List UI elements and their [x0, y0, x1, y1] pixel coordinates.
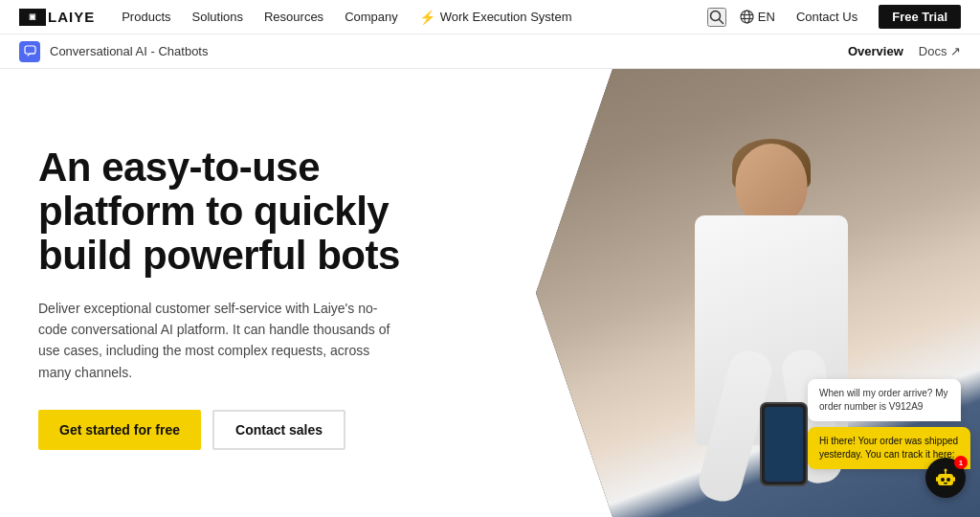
svg-line-1 — [719, 19, 723, 23]
person-head — [736, 144, 808, 225]
person-phone — [760, 402, 808, 486]
svg-point-8 — [941, 478, 945, 482]
breadcrumb-area: Conversational AI - Chatbots — [19, 41, 208, 62]
svg-point-3 — [745, 11, 750, 23]
svg-point-11 — [945, 469, 947, 472]
hero-title: An easy-to-use platform to quickly build… — [38, 146, 440, 279]
secondary-right-links: Overview Docs ↗ — [848, 44, 961, 58]
nav-link-products[interactable]: Products — [122, 10, 170, 24]
hero-content: An easy-to-use platform to quickly build… — [0, 69, 479, 517]
phone-screen — [765, 407, 803, 482]
language-label: EN — [758, 10, 775, 24]
hero-description: Deliver exceptional customer self-servic… — [38, 298, 392, 384]
overview-link[interactable]: Overview — [848, 44, 903, 58]
get-started-button[interactable]: Get started for free — [38, 410, 201, 450]
contact-us-button[interactable]: Contact Us — [789, 6, 865, 28]
chat-bubble-incoming: When will my order arrive? My order numb… — [808, 379, 961, 421]
nav-link-solutions[interactable]: Solutions — [192, 10, 243, 24]
language-selector[interactable]: EN — [740, 10, 775, 24]
svg-point-9 — [947, 478, 950, 482]
nav-link-resources[interactable]: Resources — [264, 10, 323, 24]
free-trial-button[interactable]: Free Trial — [879, 5, 961, 29]
svg-rect-10 — [944, 483, 947, 484]
work-execution-badge: ⚡ Work Execution System — [419, 10, 572, 25]
top-navigation: ▣ LAIYE Products Solutions Resources Com… — [0, 0, 980, 34]
contact-sales-button[interactable]: Contact sales — [212, 410, 345, 450]
chatbot-launcher[interactable]: 1 — [925, 458, 966, 498]
svg-rect-12 — [936, 477, 938, 482]
svg-point-2 — [741, 11, 753, 23]
breadcrumb: Conversational AI - Chatbots — [50, 44, 208, 58]
logo[interactable]: ▣ LAIYE — [19, 9, 95, 26]
secondary-navigation: Conversational AI - Chatbots Overview Do… — [0, 34, 980, 69]
docs-link[interactable]: Docs ↗ — [919, 44, 961, 58]
hero-section: An easy-to-use platform to quickly build… — [0, 69, 980, 517]
chat-icon — [19, 41, 40, 62]
hero-image: When will my order arrive? My order numb… — [479, 69, 980, 517]
svg-rect-6 — [25, 46, 35, 54]
nav-link-company[interactable]: Company — [345, 10, 398, 24]
search-button[interactable] — [707, 8, 726, 27]
nav-right: EN Contact Us Free Trial — [707, 5, 961, 29]
hero-buttons: Get started for free Contact sales — [38, 410, 440, 450]
svg-rect-13 — [953, 477, 955, 482]
notification-badge: 1 — [954, 456, 968, 469]
nav-links: Products Solutions Resources Company ⚡ W… — [122, 10, 707, 25]
lightning-icon: ⚡ — [419, 10, 435, 25]
